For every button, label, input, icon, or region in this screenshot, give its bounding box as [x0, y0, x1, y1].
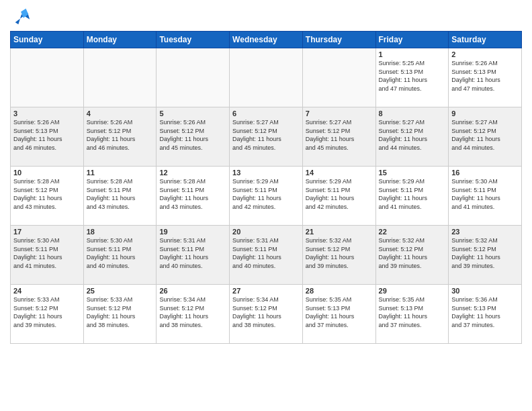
weekday-header-thursday: Thursday: [302, 32, 375, 48]
day-number: 22: [379, 228, 446, 236]
calendar-cell: 14Sunrise: 5:29 AMSunset: 5:11 PMDayligh…: [302, 167, 375, 226]
day-info: Sunrise: 5:25 AMSunset: 5:13 PMDaylight:…: [379, 59, 446, 93]
day-info: Sunrise: 5:27 AMSunset: 5:12 PMDaylight:…: [379, 118, 446, 152]
calendar-cell: 30Sunrise: 5:36 AMSunset: 5:13 PMDayligh…: [449, 285, 522, 344]
day-number: 9: [451, 109, 519, 118]
calendar-cell: 13Sunrise: 5:29 AMSunset: 5:11 PMDayligh…: [230, 167, 303, 226]
calendar-cell: 26Sunrise: 5:34 AMSunset: 5:12 PMDayligh…: [157, 285, 230, 344]
day-number: 14: [306, 169, 373, 177]
calendar-cell: 6Sunrise: 5:27 AMSunset: 5:12 PMDaylight…: [230, 107, 303, 167]
logo-icon: [12, 7, 31, 26]
day-info: Sunrise: 5:29 AMSunset: 5:11 PMDaylight:…: [306, 177, 373, 211]
day-info: Sunrise: 5:28 AMSunset: 5:11 PMDaylight:…: [159, 177, 226, 211]
day-info: Sunrise: 5:26 AMSunset: 5:13 PMDaylight:…: [13, 118, 81, 152]
day-info: Sunrise: 5:35 AMSunset: 5:13 PMDaylight:…: [379, 295, 446, 329]
weekday-header-monday: Monday: [83, 32, 157, 48]
calendar-cell: 21Sunrise: 5:32 AMSunset: 5:12 PMDayligh…: [302, 226, 375, 285]
calendar-cell: 24Sunrise: 5:33 AMSunset: 5:12 PMDayligh…: [11, 285, 84, 344]
day-info: Sunrise: 5:30 AMSunset: 5:11 PMDaylight:…: [451, 177, 519, 211]
day-number: 20: [232, 228, 300, 236]
day-number: 21: [306, 228, 373, 236]
day-number: 5: [159, 109, 226, 118]
day-info: Sunrise: 5:26 AMSunset: 5:12 PMDaylight:…: [87, 118, 154, 152]
day-number: 2: [451, 50, 519, 58]
calendar-cell: 29Sunrise: 5:35 AMSunset: 5:13 PMDayligh…: [375, 285, 449, 344]
day-number: 10: [13, 169, 81, 177]
calendar-cell: 3Sunrise: 5:26 AMSunset: 5:13 PMDaylight…: [11, 107, 84, 167]
calendar-cell: [302, 48, 375, 107]
calendar-cell: 4Sunrise: 5:26 AMSunset: 5:12 PMDaylight…: [83, 107, 157, 167]
calendar-cell: 25Sunrise: 5:33 AMSunset: 5:12 PMDayligh…: [83, 285, 157, 344]
weekday-header-friday: Friday: [375, 32, 449, 48]
calendar-cell: 16Sunrise: 5:30 AMSunset: 5:11 PMDayligh…: [449, 167, 522, 226]
day-number: 15: [379, 169, 446, 177]
day-info: Sunrise: 5:29 AMSunset: 5:11 PMDaylight:…: [379, 177, 446, 211]
day-info: Sunrise: 5:30 AMSunset: 5:11 PMDaylight:…: [87, 236, 154, 270]
header: [10, 7, 522, 26]
day-info: Sunrise: 5:31 AMSunset: 5:11 PMDaylight:…: [232, 236, 300, 270]
day-number: 3: [13, 109, 81, 118]
week-row-2: 3Sunrise: 5:26 AMSunset: 5:13 PMDaylight…: [11, 107, 522, 167]
weekday-header-sunday: Sunday: [11, 32, 84, 48]
day-info: Sunrise: 5:32 AMSunset: 5:12 PMDaylight:…: [379, 236, 446, 270]
day-number: 18: [87, 228, 154, 236]
calendar: SundayMondayTuesdayWednesdayThursdayFrid…: [10, 31, 522, 344]
week-row-4: 17Sunrise: 5:30 AMSunset: 5:11 PMDayligh…: [11, 226, 522, 285]
calendar-cell: 15Sunrise: 5:29 AMSunset: 5:11 PMDayligh…: [375, 167, 449, 226]
day-info: Sunrise: 5:35 AMSunset: 5:13 PMDaylight:…: [306, 295, 373, 329]
day-info: Sunrise: 5:27 AMSunset: 5:12 PMDaylight:…: [451, 118, 519, 152]
calendar-cell: 10Sunrise: 5:28 AMSunset: 5:12 PMDayligh…: [11, 167, 84, 226]
calendar-cell: [157, 48, 230, 107]
day-info: Sunrise: 5:33 AMSunset: 5:12 PMDaylight:…: [13, 295, 81, 329]
calendar-cell: 2Sunrise: 5:26 AMSunset: 5:13 PMDaylight…: [449, 48, 522, 107]
calendar-cell: [83, 48, 157, 107]
day-info: Sunrise: 5:36 AMSunset: 5:13 PMDaylight:…: [451, 295, 519, 329]
day-info: Sunrise: 5:33 AMSunset: 5:12 PMDaylight:…: [87, 295, 154, 329]
day-number: 29: [379, 287, 446, 295]
calendar-cell: 22Sunrise: 5:32 AMSunset: 5:12 PMDayligh…: [375, 226, 449, 285]
calendar-cell: 18Sunrise: 5:30 AMSunset: 5:11 PMDayligh…: [83, 226, 157, 285]
page: SundayMondayTuesdayWednesdayThursdayFrid…: [0, 0, 532, 411]
calendar-cell: 27Sunrise: 5:34 AMSunset: 5:12 PMDayligh…: [230, 285, 303, 344]
weekday-header-row: SundayMondayTuesdayWednesdayThursdayFrid…: [11, 32, 522, 48]
day-number: 19: [159, 228, 226, 236]
day-number: 8: [379, 109, 446, 118]
day-number: 23: [451, 228, 519, 236]
calendar-cell: 1Sunrise: 5:25 AMSunset: 5:13 PMDaylight…: [375, 48, 449, 107]
day-number: 30: [451, 287, 519, 295]
day-info: Sunrise: 5:26 AMSunset: 5:12 PMDaylight:…: [159, 118, 226, 152]
weekday-header-wednesday: Wednesday: [230, 32, 303, 48]
day-info: Sunrise: 5:32 AMSunset: 5:12 PMDaylight:…: [451, 236, 519, 270]
week-row-5: 24Sunrise: 5:33 AMSunset: 5:12 PMDayligh…: [11, 285, 522, 344]
calendar-cell: 17Sunrise: 5:30 AMSunset: 5:11 PMDayligh…: [11, 226, 84, 285]
weekday-header-tuesday: Tuesday: [157, 32, 230, 48]
day-info: Sunrise: 5:34 AMSunset: 5:12 PMDaylight:…: [232, 295, 300, 329]
day-info: Sunrise: 5:27 AMSunset: 5:12 PMDaylight:…: [306, 118, 373, 152]
calendar-cell: [11, 48, 84, 107]
day-number: 1: [379, 50, 446, 58]
day-number: 27: [232, 287, 300, 295]
day-number: 25: [87, 287, 154, 295]
calendar-cell: 23Sunrise: 5:32 AMSunset: 5:12 PMDayligh…: [449, 226, 522, 285]
day-info: Sunrise: 5:31 AMSunset: 5:11 PMDaylight:…: [159, 236, 226, 270]
day-number: 12: [159, 169, 226, 177]
logo: [10, 7, 31, 26]
day-number: 11: [87, 169, 154, 177]
day-info: Sunrise: 5:32 AMSunset: 5:12 PMDaylight:…: [306, 236, 373, 270]
day-number: 24: [13, 287, 81, 295]
calendar-cell: 5Sunrise: 5:26 AMSunset: 5:12 PMDaylight…: [157, 107, 230, 167]
day-number: 4: [87, 109, 154, 118]
calendar-cell: 11Sunrise: 5:28 AMSunset: 5:11 PMDayligh…: [83, 167, 157, 226]
day-info: Sunrise: 5:27 AMSunset: 5:12 PMDaylight:…: [232, 118, 300, 152]
weekday-header-saturday: Saturday: [449, 32, 522, 48]
calendar-cell: 12Sunrise: 5:28 AMSunset: 5:11 PMDayligh…: [157, 167, 230, 226]
day-info: Sunrise: 5:26 AMSunset: 5:13 PMDaylight:…: [451, 59, 519, 93]
day-info: Sunrise: 5:30 AMSunset: 5:11 PMDaylight:…: [13, 236, 81, 270]
calendar-cell: 20Sunrise: 5:31 AMSunset: 5:11 PMDayligh…: [230, 226, 303, 285]
calendar-cell: 28Sunrise: 5:35 AMSunset: 5:13 PMDayligh…: [302, 285, 375, 344]
calendar-cell: 7Sunrise: 5:27 AMSunset: 5:12 PMDaylight…: [302, 107, 375, 167]
day-number: 6: [232, 109, 300, 118]
day-number: 13: [232, 169, 300, 177]
day-info: Sunrise: 5:28 AMSunset: 5:12 PMDaylight:…: [13, 177, 81, 211]
week-row-3: 10Sunrise: 5:28 AMSunset: 5:12 PMDayligh…: [11, 167, 522, 226]
